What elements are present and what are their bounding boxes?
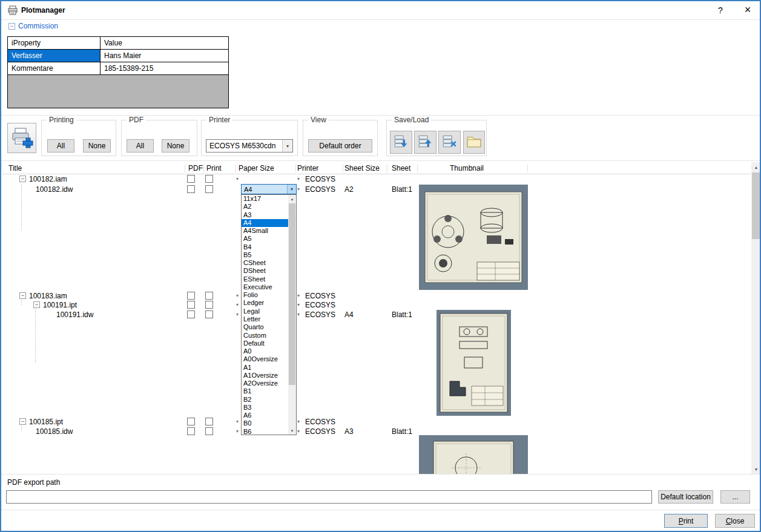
dropdown-scrollbar[interactable]: ▲ ▼	[288, 195, 296, 435]
table-row[interactable]: Verfasser Hans Maier	[8, 50, 228, 62]
print-checkbox[interactable]	[205, 175, 213, 183]
printer-dropdown-icon[interactable]: ▾	[297, 186, 300, 192]
paper-size-option[interactable]: B5	[242, 251, 288, 259]
tree-collapse-toggle[interactable]: −	[19, 292, 26, 299]
paper-size-option[interactable]: B6	[242, 428, 288, 435]
print-checkbox[interactable]	[205, 292, 213, 300]
paper-size-combobox[interactable]: A4 ▾	[241, 184, 297, 194]
printer-combobox[interactable]: ECOSYS M6530cdn ▾	[206, 139, 293, 153]
paper-size-option[interactable]: A1Oversize	[242, 372, 288, 379]
paper-size-dropdown-icon[interactable]: ▾	[236, 312, 239, 318]
value-cell[interactable]: Hans Maier	[100, 50, 228, 62]
delete-list-button[interactable]	[438, 131, 461, 154]
paper-size-option[interactable]: A6	[242, 412, 288, 419]
table-row[interactable]: − 100183.iam ▾ ▾ ECOSYS	[2, 291, 751, 300]
save-list-button[interactable]	[390, 131, 412, 154]
print-checkbox[interactable]	[205, 301, 213, 309]
paper-size-option[interactable]: Legal	[242, 307, 288, 315]
browse-folder-button[interactable]	[463, 131, 485, 154]
paper-size-option[interactable]: A5	[242, 235, 288, 243]
paper-size-option[interactable]: A2Oversize	[242, 379, 288, 387]
printing-all-button[interactable]: All	[47, 139, 74, 153]
pdf-checkbox[interactable]	[187, 301, 195, 309]
close-button[interactable]: ×	[740, 3, 756, 17]
table-row[interactable]: 100185.idw ▾ ▾ ECOSYS A3 Blatt:1	[2, 426, 751, 474]
property-cell[interactable]: Verfasser	[8, 50, 100, 62]
paper-size-option[interactable]: Default	[242, 340, 288, 347]
pdf-all-button[interactable]: All	[127, 139, 154, 153]
paper-size-option[interactable]: A4Small	[242, 227, 288, 235]
scroll-up-button[interactable]: ▲	[288, 195, 296, 203]
printer-dropdown-icon[interactable]: ▾	[297, 302, 300, 308]
paper-size-option[interactable]: B2	[242, 396, 288, 404]
printer-dropdown-icon[interactable]: ▾	[297, 312, 300, 318]
table-row[interactable]: − 100191.ipt ▾ ▾ ECOSYS	[2, 300, 751, 309]
print-checkbox[interactable]	[205, 185, 213, 193]
default-location-button[interactable]: Default location	[658, 490, 713, 504]
table-row[interactable]: − 100182.iam ▾ ▾ ECOSYS	[2, 174, 751, 184]
value-cell[interactable]: 185-15389-215	[100, 62, 228, 74]
table-row[interactable]: Kommentare 185-15389-215	[8, 62, 228, 75]
tree-collapse-toggle[interactable]: −	[19, 176, 26, 182]
pdf-checkbox[interactable]	[187, 292, 195, 300]
paper-size-dropdown-icon[interactable]: ▾	[236, 302, 239, 308]
scrollbar-thumb[interactable]	[752, 172, 760, 239]
paper-size-option[interactable]: A3	[242, 211, 288, 219]
commission-collapse-toggle[interactable]: −	[8, 23, 15, 30]
tree-collapse-toggle[interactable]: −	[19, 418, 26, 425]
paper-size-option[interactable]: B0	[242, 419, 288, 427]
paper-size-option[interactable]: A2	[242, 203, 288, 211]
column-header-thumbnail[interactable]: Thumbnail	[450, 164, 484, 172]
column-header-pdf[interactable]: PDF	[188, 164, 203, 172]
paper-size-option[interactable]: 11x17	[242, 195, 288, 203]
scroll-down-button[interactable]: ▼	[288, 427, 296, 435]
grid-scrollbar[interactable]: ▲ ▼	[751, 162, 761, 474]
print-checkbox[interactable]	[205, 418, 213, 425]
table-row[interactable]: 100182.idw A4 ▾ ▾ ECOSYS A2 Blatt:1	[2, 184, 751, 291]
load-list-button[interactable]	[414, 131, 437, 154]
chevron-down-icon[interactable]: ▾	[287, 185, 296, 194]
printer-dropdown-icon[interactable]: ▾	[297, 429, 300, 435]
pdf-export-path-input[interactable]	[6, 490, 652, 504]
pdf-checkbox[interactable]	[187, 175, 195, 183]
paper-size-option[interactable]: Ledger	[242, 299, 288, 307]
pdf-none-button[interactable]: None	[162, 139, 189, 153]
column-header-print[interactable]: Print	[206, 164, 222, 172]
column-header-title[interactable]: Title	[8, 164, 22, 172]
paper-size-dropdown-icon[interactable]: ▾	[236, 176, 239, 182]
commission-section-label[interactable]: Commission	[18, 22, 58, 30]
print-checkbox[interactable]	[205, 427, 213, 435]
printer-dropdown-icon[interactable]: ▾	[297, 419, 300, 425]
table-row[interactable]: 100191.idw ▾ ▾ ECOSYS A4 Blatt:1	[2, 309, 751, 417]
paper-size-option[interactable]: B1	[242, 387, 288, 395]
paper-size-option[interactable]: Executive	[242, 283, 288, 291]
paper-size-option[interactable]: Letter	[242, 315, 288, 323]
column-header-sheet-size[interactable]: Sheet Size	[344, 164, 380, 172]
printing-none-button[interactable]: None	[83, 139, 111, 153]
table-row[interactable]: − 100185.ipt ▾ ▾ ECOSYS	[2, 417, 751, 426]
paper-size-option[interactable]: Custom	[242, 332, 288, 340]
chevron-down-icon[interactable]: ▾	[282, 140, 292, 152]
column-header-sheet[interactable]: Sheet	[392, 164, 410, 172]
pdf-checkbox[interactable]	[187, 185, 195, 193]
column-header-printer[interactable]: Printer	[297, 164, 318, 172]
scrollbar-thumb[interactable]	[289, 203, 295, 385]
default-order-button[interactable]: Default order	[308, 139, 372, 153]
paper-size-option[interactable]: A0Oversize	[242, 355, 288, 363]
paper-size-option[interactable]: A4	[242, 219, 288, 227]
pdf-checkbox[interactable]	[187, 310, 195, 318]
tree-collapse-toggle[interactable]: −	[33, 301, 40, 308]
paper-size-dropdown-icon[interactable]: ▾	[236, 419, 239, 425]
paper-size-option[interactable]: Folio	[242, 291, 288, 299]
printer-dropdown-icon[interactable]: ▾	[297, 293, 300, 299]
paper-size-dropdown-icon[interactable]: ▾	[236, 429, 239, 435]
paper-size-option[interactable]: DSheet	[242, 267, 288, 275]
paper-size-option[interactable]: Quarto	[242, 323, 288, 331]
scroll-up-button[interactable]: ▲	[751, 162, 761, 172]
paper-size-option[interactable]: A1	[242, 364, 288, 372]
pdf-checkbox[interactable]	[187, 418, 195, 425]
scroll-down-button[interactable]: ▼	[751, 464, 761, 474]
printer-dropdown-icon[interactable]: ▾	[297, 176, 300, 182]
browse-button[interactable]: ...	[720, 490, 750, 504]
pdf-checkbox[interactable]	[187, 427, 195, 435]
